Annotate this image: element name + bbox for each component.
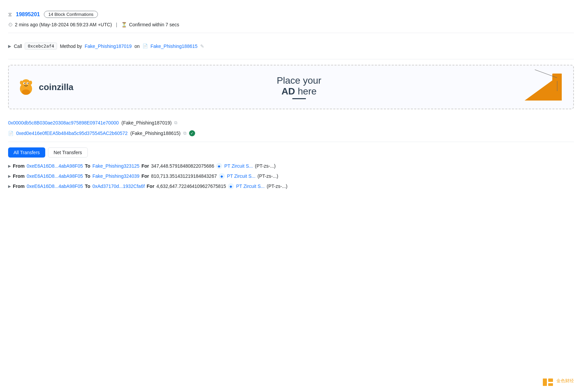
svg-point-7 <box>29 81 32 85</box>
tab-row: All Transfers Net Transfers <box>8 147 574 158</box>
method-badge: 0xcebc2af4 <box>25 43 57 50</box>
from-full-address-link[interactable]: 0x0000db5c8B030ae20308ac975898E09741e700… <box>8 120 119 125</box>
transfer-row-2: ▶ From 0xeE6A16D8...4abA98F05 To Fake_Ph… <box>8 173 574 179</box>
transfer-2-token-short: (PT-zs-...) <box>258 173 278 179</box>
transfer-3-to-link[interactable]: 0xAd37170d...1932Cfa6f <box>92 184 145 189</box>
to-copy-icon[interactable]: ⧉ <box>183 131 186 136</box>
svg-point-5 <box>28 83 29 84</box>
from-copy-icon[interactable]: ⧉ <box>174 120 177 125</box>
to-label-text: (Fake_Phishing188615) <box>130 131 181 136</box>
block-number-link[interactable]: 19895201 <box>16 11 40 18</box>
coinzilla-mascot-icon <box>17 78 35 96</box>
transfer-1-to-link[interactable]: Fake_Phishing323125 <box>92 163 139 169</box>
to-address-link[interactable]: Fake_Phishing188615 <box>151 44 197 49</box>
transfer-row-1: ▶ From 0xeE6A16D8...4abA98F05 To Fake_Ph… <box>8 163 574 169</box>
to-doc-icon: 📄 <box>8 131 14 136</box>
from-label-text: (Fake_Phishing187019) <box>122 120 172 125</box>
to-full-address-link[interactable]: 0xed0e416e0fEEA5b484ba5c95d375545AC2b605… <box>16 131 128 136</box>
transfer-1-token-link[interactable]: PT Zircuit S... <box>224 163 253 169</box>
transfer-3-to-label: To <box>85 184 90 189</box>
tab-all-transfers[interactable]: All Transfers <box>8 147 45 158</box>
transfer-3-token-short: (PT-zs-...) <box>267 184 287 189</box>
svg-point-4 <box>24 83 25 84</box>
separator: | <box>116 22 117 27</box>
ad-banner[interactable]: coinzilla Place your AD here <box>8 65 574 109</box>
method-by-label: Method by <box>60 44 82 49</box>
coinzilla-branding: coinzilla <box>17 78 74 96</box>
ad-underline-decoration <box>292 98 306 99</box>
from-address-link[interactable]: Fake_Phishing187019 <box>85 44 132 49</box>
transfer-2-from-link[interactable]: 0xeE6A16D8...4abA98F05 <box>27 173 83 179</box>
ad-headline-1: Place your <box>277 75 321 86</box>
contract-doc-icon: 📄 <box>142 44 148 49</box>
ad-headline-2b: here <box>298 86 317 96</box>
ad-headline-2a: AD <box>282 86 295 96</box>
verified-checkmark-icon: ✓ <box>189 130 195 136</box>
transfer-2-amount: 810,713.351431219184843267 <box>151 173 217 179</box>
confirmation-badge: 14 Block Confirmations <box>44 11 98 18</box>
transfers-section: All Transfers Net Transfers ▶ From 0xeE6… <box>8 142 574 199</box>
confirmed-text: Confirmed within 7 secs <box>129 22 179 27</box>
transfer-2-expand-icon: ▶ <box>8 174 11 178</box>
tab-net-transfers[interactable]: Net Transfers <box>48 147 88 158</box>
transfer-1-from-link[interactable]: 0xeE6A16D8...4abA98F05 <box>27 163 83 169</box>
call-label: Call <box>14 44 22 49</box>
transfer-1-from-label: From <box>13 163 25 169</box>
to-address-row: 📄 0xed0e416e0fEEA5b484ba5c95d375545AC2b6… <box>8 130 574 136</box>
transfer-1-token-short: (PT-zs-...) <box>255 163 275 169</box>
transfer-2-token-icon: ◆ <box>219 173 225 179</box>
transfer-1-amount: 347,448.57918480822075686 <box>151 163 214 169</box>
hourglass-icon: ⧖ <box>8 11 12 18</box>
svg-point-8 <box>22 89 30 95</box>
transfer-1-expand-icon: ▶ <box>8 164 11 168</box>
transfer-3-token-icon: ◆ <box>228 183 234 189</box>
edit-icon[interactable]: ✎ <box>200 44 204 49</box>
transfer-2-to-link[interactable]: Fake_Phishing324039 <box>92 173 139 179</box>
transfer-1-token-icon: ◆ <box>216 163 222 169</box>
ad-center-text: Place your AD here <box>74 75 525 99</box>
coinzilla-brand-text: coinzilla <box>39 82 74 92</box>
transfer-row-3: ▶ From 0xeE6A16D8...4abA98F05 To 0xAd371… <box>8 183 574 189</box>
transfer-2-for-label: For <box>141 173 149 179</box>
on-label: on <box>134 44 140 49</box>
transfer-2-token-link[interactable]: PT Zircuit S... <box>227 173 256 179</box>
expand-triangle-icon: ▶ <box>8 44 11 49</box>
timer-icon: ⏳ <box>121 22 127 27</box>
transfer-2-from-label: From <box>13 173 25 179</box>
transfer-1-for-label: For <box>141 163 149 169</box>
from-address-row: 0x0000db5c8B030ae20308ac975898E09741e700… <box>8 120 574 125</box>
transfer-3-expand-icon: ▶ <box>8 184 11 189</box>
transfer-1-to-label: To <box>85 163 90 169</box>
transfer-2-to-label: To <box>85 173 90 179</box>
svg-point-6 <box>20 81 23 85</box>
transfer-3-from-link[interactable]: 0xeE6A16D8...4abA98F05 <box>27 184 83 189</box>
svg-point-1 <box>21 79 31 89</box>
transfer-3-amount: 4,632,647.722464109627675815 <box>156 184 226 189</box>
ad-graphic-area <box>525 74 565 101</box>
transfer-3-token-link[interactable]: PT Zircuit S... <box>236 184 265 189</box>
timestamp-text: 2 mins ago (May-18-2024 06:59:23 AM +UTC… <box>15 22 112 27</box>
transfer-3-from-label: From <box>13 184 25 189</box>
clock-icon: ⏲ <box>8 22 13 27</box>
transfer-3-for-label: For <box>147 184 155 189</box>
